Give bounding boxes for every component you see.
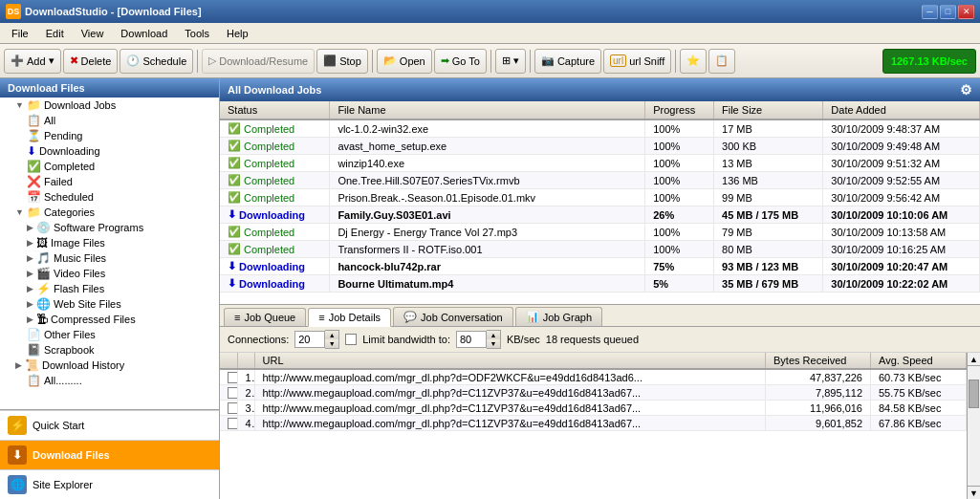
add-button[interactable]: ➕ Add ▾: [4, 49, 61, 74]
connections-up[interactable]: ▲: [325, 331, 338, 339]
toolbar-separator-5: [675, 50, 676, 73]
table-row: winzip140.exe: [330, 155, 645, 172]
other-icon: 📄: [27, 328, 41, 341]
history-all-icon: 📋: [27, 374, 41, 387]
open-button[interactable]: 📂 Open: [377, 49, 432, 74]
clipboard-icon: 📋: [715, 54, 729, 67]
stop-button[interactable]: ⬛ Stop: [316, 49, 368, 74]
sidebar-item-download-jobs[interactable]: ▼ 📁 Download Jobs: [0, 98, 219, 113]
sidebar-item-categories[interactable]: ▼ 📁 Categories: [0, 205, 219, 220]
site-explorer-panel[interactable]: 🌐 Site Explorer: [0, 469, 219, 499]
content-header: All Download Jobs ⚙: [220, 78, 980, 101]
col-status[interactable]: Status: [220, 101, 330, 119]
open-icon: 📂: [383, 54, 397, 67]
sidebar-item-software[interactable]: ▶ 💿 Software Programs: [0, 220, 219, 235]
connections-input[interactable]: [294, 331, 325, 348]
quick-start-panel[interactable]: ⚡ Quick Start: [0, 410, 219, 440]
clipboard-button[interactable]: 📋: [708, 49, 735, 74]
download-table-area[interactable]: Status File Name Progress File Size Date…: [220, 101, 980, 305]
bandwidth-input[interactable]: [456, 331, 487, 348]
scroll-down[interactable]: ▼: [968, 486, 980, 499]
bandwidth-down[interactable]: ▼: [487, 339, 500, 348]
connections-down[interactable]: ▼: [325, 339, 338, 348]
software-icon: 💿: [36, 221, 51, 234]
menu-file[interactable]: File: [4, 26, 36, 41]
download-resume-button[interactable]: ▷ Download/Resume: [202, 49, 315, 74]
sidebar-item-scrapbook[interactable]: 📓 Scrapbook: [0, 342, 219, 358]
url-col-speed[interactable]: Avg. Speed: [871, 353, 967, 369]
col-date[interactable]: Date Added: [823, 101, 980, 119]
url-scrollbar[interactable]: ▲ ▼: [967, 353, 980, 499]
music-icon: 🎵: [36, 251, 51, 265]
table-row: 75%: [645, 258, 714, 275]
close-button[interactable]: ✕: [958, 5, 974, 19]
sidebar-item-website[interactable]: ▶ 🌐 Web Site Files: [0, 296, 219, 312]
sniff-button[interactable]: url url Sniff: [603, 49, 671, 74]
history-expand-icon: ▶: [15, 360, 22, 370]
bottom-tabs: ≡ Job Queue ≡ Job Details 💬 Job Conversa…: [220, 305, 980, 327]
sidebar-item-scheduled[interactable]: 📅 Scheduled: [0, 189, 219, 205]
menu-download[interactable]: Download: [113, 26, 175, 41]
maximize-button[interactable]: □: [940, 5, 956, 19]
tab-job-conversation[interactable]: 💬 Job Conversation: [393, 307, 513, 326]
sidebar-item-other[interactable]: 📄 Other Files: [0, 327, 219, 342]
scroll-thumb[interactable]: [969, 380, 979, 408]
tab-job-graph[interactable]: 📊 Job Graph: [515, 307, 602, 326]
url-col-url[interactable]: URL: [254, 353, 766, 369]
sidebar-item-history[interactable]: ▶ 📜 Download History: [0, 358, 219, 373]
sidebar-item-flash[interactable]: ▶ ⚡ Flash Files: [0, 281, 219, 296]
menu-view[interactable]: View: [74, 26, 112, 41]
sidebar-item-compressed[interactable]: ▶ 🗜 Compressed Files: [0, 312, 219, 327]
menu-help[interactable]: Help: [219, 26, 256, 41]
sidebar-item-completed[interactable]: ✅ Completed: [0, 159, 219, 174]
sidebar-item-music[interactable]: ▶ 🎵 Music Files: [0, 250, 219, 266]
sidebar-item-pending[interactable]: ⏳ Pending: [0, 128, 219, 143]
capture-button[interactable]: 📷 Capture: [534, 49, 601, 74]
menu-tools[interactable]: Tools: [177, 26, 217, 41]
categories-expand-icon: ▼: [15, 207, 24, 217]
failed-icon: ❌: [27, 175, 41, 188]
schedule-icon: 🕐: [126, 54, 140, 67]
url-row-bytes: 7,895,112: [766, 385, 871, 401]
schedule-button[interactable]: 🕐 Schedule: [120, 49, 193, 74]
table-row: Family.Guy.S03E01.avi: [330, 206, 645, 224]
delete-button[interactable]: ✖ Delete: [63, 49, 119, 74]
table-row: Transformers II - ROTF.iso.001: [330, 241, 645, 258]
job-graph-tab-icon: 📊: [526, 311, 539, 323]
col-progress[interactable]: Progress: [645, 101, 714, 119]
sidebar-item-downloading[interactable]: ⬇ Downloading: [0, 143, 219, 159]
compressed-expand-icon: ▶: [27, 315, 33, 324]
url-row-check: [220, 385, 237, 401]
queued-label: 18 requests queued: [546, 334, 639, 345]
table-row: 100%: [645, 119, 714, 138]
col-filesize[interactable]: File Size: [714, 101, 823, 119]
scroll-up[interactable]: ▲: [968, 353, 980, 366]
menu-edit[interactable]: Edit: [38, 26, 72, 41]
checkbox-limit[interactable]: [345, 334, 357, 345]
url-table-area[interactable]: URL Bytes Received Avg. Speed 1 http://w…: [220, 353, 967, 499]
image-icon: 🖼: [36, 236, 48, 250]
connections-spinbox[interactable]: ▲ ▼: [294, 330, 339, 349]
connections-bar: Connections: ▲ ▼ Limit bandwidth to: ▲ ▼: [220, 327, 980, 353]
bandwidth-spinbox[interactable]: ▲ ▼: [456, 330, 501, 349]
sidebar-item-failed[interactable]: ❌ Failed: [0, 174, 219, 189]
col-filename[interactable]: File Name: [330, 101, 645, 119]
tab-job-queue[interactable]: ≡ Job Queue: [224, 308, 306, 326]
table-row: 17 MB: [714, 119, 823, 138]
url-col-bytes[interactable]: Bytes Received: [766, 353, 871, 369]
sidebar-item-image[interactable]: ▶ 🖼 Image Files: [0, 235, 219, 250]
goto-button[interactable]: ➡ Go To: [434, 49, 487, 74]
url-row-check: [220, 401, 237, 416]
pending-icon: ⏳: [27, 129, 41, 142]
tab-job-details[interactable]: ≡ Job Details: [308, 308, 391, 327]
columns-button[interactable]: ⊞ ▾: [495, 49, 526, 74]
download-files-icon: ⬇: [8, 445, 27, 465]
download-files-panel[interactable]: ⬇ Download Files: [0, 440, 219, 469]
url-row-speed: 60.73 KB/sec: [871, 369, 967, 385]
bandwidth-up[interactable]: ▲: [487, 331, 500, 339]
sidebar-item-all[interactable]: 📋 All: [0, 113, 219, 128]
star-button[interactable]: ⭐: [680, 49, 707, 74]
minimize-button[interactable]: ─: [922, 5, 938, 19]
sidebar-item-history-all[interactable]: 📋 All.........: [0, 373, 219, 388]
sidebar-item-video[interactable]: ▶ 🎬 Video Files: [0, 266, 219, 281]
